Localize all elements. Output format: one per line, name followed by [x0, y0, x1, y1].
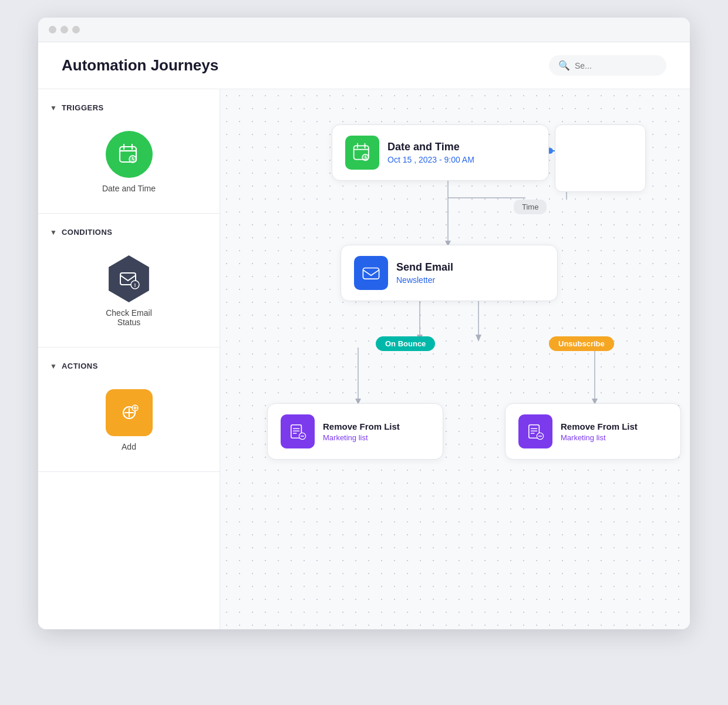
triggers-header: ▼ TRIGGERS — [50, 103, 208, 112]
date-time-label: Date and Time — [102, 184, 156, 193]
triggers-chevron[interactable]: ▼ — [50, 104, 57, 112]
sidebar-section-triggers: ▼ TRIGGERS Date and Time — [38, 89, 220, 214]
node-remove-list-2[interactable]: Remove From List Marketing list — [505, 403, 681, 460]
conditions-header: ▼ CONDITIONS — [50, 228, 208, 237]
triggers-label: TRIGGERS — [62, 103, 104, 112]
flow-canvas: Date and Time Oct 15 , 2023 - 9:00 AM Ti… — [220, 89, 690, 629]
remove-list-2-text: Remove From List Marketing list — [561, 421, 668, 442]
node-remove-list-1[interactable]: Remove From List Marketing list — [267, 403, 443, 460]
sidebar-section-conditions: ▼ CONDITIONS ! Check EmailStatus — [38, 214, 220, 348]
add-icon — [106, 389, 153, 436]
send-email-node-text: Send Email Newsletter — [396, 261, 544, 285]
side-panel[interactable] — [555, 124, 646, 192]
conditions-label: CONDITIONS — [62, 228, 113, 237]
window-dot-1 — [49, 26, 56, 33]
send-email-node-name: Send Email — [396, 261, 544, 274]
date-time-node-name: Date and Time — [387, 141, 535, 153]
remove-list-2-name: Remove From List — [561, 421, 668, 431]
add-label: Add — [122, 442, 136, 451]
svg-rect-33 — [363, 268, 379, 279]
svg-marker-23 — [476, 335, 481, 342]
sidebar: ▼ TRIGGERS Date and Time — [38, 89, 220, 629]
sidebar-item-check-email[interactable]: ! Check EmailStatus — [50, 249, 208, 333]
actions-chevron[interactable]: ▼ — [50, 362, 57, 370]
badge-time: Time — [514, 200, 547, 214]
actions-header: ▼ ACTIONS — [50, 362, 208, 370]
conditions-chevron[interactable]: ▼ — [50, 228, 57, 237]
sidebar-item-add[interactable]: Add — [50, 383, 208, 457]
remove-list-1-text: Remove From List Marketing list — [323, 421, 430, 442]
check-email-label: Check EmailStatus — [106, 308, 152, 327]
search-input[interactable] — [575, 61, 657, 70]
flow-container: Date and Time Oct 15 , 2023 - 9:00 AM Ti… — [255, 113, 666, 582]
actions-label: ACTIONS — [62, 362, 98, 370]
node-send-email[interactable]: Send Email Newsletter — [341, 245, 558, 301]
date-time-node-icon — [345, 136, 379, 170]
svg-text:!: ! — [134, 282, 136, 288]
app-window: Automation Journeys 🔍 ▼ TRIGGERS — [38, 18, 690, 629]
sidebar-section-actions: ▼ ACTIONS Add — [38, 348, 220, 472]
date-time-icon — [106, 131, 153, 178]
window-dot-3 — [72, 26, 80, 33]
remove-list-1-name: Remove From List — [323, 421, 430, 431]
check-email-icon: ! — [106, 255, 153, 302]
title-bar — [38, 18, 690, 42]
remove-list-2-sub: Marketing list — [561, 433, 668, 442]
badge-unsubscribe: Unsubscribe — [549, 336, 614, 351]
remove-list-1-sub: Marketing list — [323, 433, 430, 442]
node-date-time[interactable]: Date and Time Oct 15 , 2023 - 9:00 AM — [332, 124, 549, 181]
page-title: Automation Journeys — [62, 56, 218, 75]
main-content: ▼ TRIGGERS Date and Time — [38, 89, 690, 629]
header: Automation Journeys 🔍 — [38, 42, 690, 89]
remove-list-2-icon — [518, 414, 552, 448]
date-time-node-text: Date and Time Oct 15 , 2023 - 9:00 AM — [387, 141, 535, 164]
search-icon: 🔍 — [558, 60, 570, 71]
date-time-node-sub: Oct 15 , 2023 - 9:00 AM — [387, 155, 535, 164]
search-bar[interactable]: 🔍 — [549, 55, 666, 76]
sidebar-item-date-time[interactable]: Date and Time — [50, 125, 208, 199]
window-dot-2 — [60, 26, 68, 33]
send-email-node-icon — [354, 256, 388, 290]
remove-list-1-icon — [281, 414, 315, 448]
send-email-node-sub: Newsletter — [396, 275, 544, 285]
badge-on-bounce: On Bounce — [376, 336, 435, 351]
